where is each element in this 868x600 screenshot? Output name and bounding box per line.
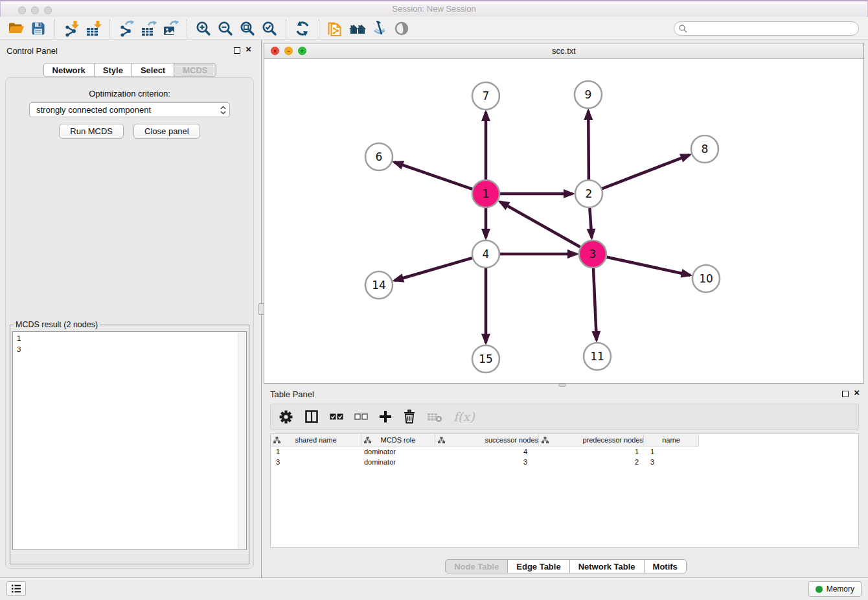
- import-table-icon[interactable]: [84, 18, 103, 39]
- criterion-select[interactable]: strongly connected component: [29, 102, 230, 117]
- network-window-titlebar[interactable]: × − + scc.txt: [264, 43, 863, 59]
- save-icon[interactable]: [29, 18, 48, 39]
- settings-gear-icon[interactable]: [279, 410, 293, 424]
- graph-node-11[interactable]: 11: [584, 343, 611, 370]
- graph-edge-3-1[interactable]: [500, 202, 580, 247]
- tab-network[interactable]: Network: [43, 63, 95, 77]
- graph-node-3[interactable]: 3: [579, 240, 606, 268]
- mcds-result-text[interactable]: 1 3: [12, 331, 247, 550]
- column-header-predecessor-nodes[interactable]: predecessor nodes: [539, 434, 644, 446]
- graph-edge-3-11[interactable]: [593, 268, 597, 340]
- graph-node-14[interactable]: 14: [365, 271, 393, 299]
- graph-edge-2-9[interactable]: [588, 111, 589, 179]
- select-all-checks-icon[interactable]: [330, 412, 343, 421]
- tab-network-table[interactable]: Network Table: [569, 559, 645, 573]
- graph-edge-3-10[interactable]: [607, 257, 691, 275]
- float-panel-icon[interactable]: [234, 47, 240, 54]
- close-panel-icon[interactable]: ×: [246, 43, 251, 55]
- run-mcds-button[interactable]: Run MCDS: [59, 124, 124, 139]
- graph-node-2[interactable]: 2: [575, 180, 602, 207]
- export-image-icon[interactable]: [161, 18, 180, 39]
- svg-text:8: 8: [702, 143, 709, 156]
- search-box[interactable]: [674, 21, 859, 36]
- import-network-icon[interactable]: [62, 18, 81, 39]
- task-history-button[interactable]: [6, 581, 26, 596]
- delete-column-icon[interactable]: [403, 410, 416, 424]
- toolbar-divider: [187, 19, 187, 38]
- graph-node-8[interactable]: 8: [691, 135, 718, 163]
- hierarchy-icon: [542, 437, 549, 444]
- table-row[interactable]: 1 dominator 4 1 1: [271, 446, 858, 457]
- tab-node-table[interactable]: Node Table: [445, 559, 508, 573]
- graph-node-1[interactable]: 1: [472, 180, 499, 207]
- close-panel-button[interactable]: Close panel: [133, 124, 200, 139]
- search-input[interactable]: [688, 23, 858, 34]
- cell-name[interactable]: 1: [644, 446, 699, 457]
- graph-node-9[interactable]: 9: [575, 81, 602, 108]
- deselect-all-checks-icon[interactable]: [354, 412, 368, 421]
- graph-node-4[interactable]: 4: [472, 240, 499, 268]
- graph-edge-2-8[interactable]: [602, 155, 690, 189]
- export-table-icon[interactable]: [139, 18, 158, 39]
- new-network-from-file-icon[interactable]: [326, 18, 345, 39]
- column-header-mcds-role[interactable]: MCDS role: [361, 434, 435, 446]
- hide-graphics-details-icon[interactable]: [370, 18, 389, 39]
- graph-node-7[interactable]: 7: [472, 82, 499, 110]
- node-table: shared name MCDS role successor nodes pr…: [270, 433, 859, 548]
- cell-shared-name[interactable]: 1: [271, 446, 361, 457]
- column-header-successor-nodes[interactable]: successor nodes: [435, 434, 539, 446]
- function-builder-disabled-icon: f(x): [453, 410, 475, 424]
- graph-node-6[interactable]: 6: [365, 143, 393, 170]
- search-icon: [678, 24, 688, 34]
- network-canvas[interactable]: 1234678910111415: [264, 59, 863, 383]
- refresh-icon[interactable]: [293, 18, 312, 39]
- graph-edge-2-3[interactable]: [589, 208, 591, 238]
- cell-predecessor-nodes[interactable]: 1: [539, 446, 644, 457]
- cell-mcds-role[interactable]: dominator: [361, 457, 435, 467]
- graph-edge-1-6[interactable]: [394, 162, 473, 189]
- zoom-fit-icon[interactable]: [238, 18, 257, 39]
- tab-style[interactable]: Style: [94, 63, 132, 77]
- open-file-icon[interactable]: [6, 18, 26, 39]
- svg-text:4: 4: [483, 248, 490, 260]
- cell-mcds-role[interactable]: dominator: [361, 446, 435, 457]
- layout-home-icon[interactable]: [348, 18, 367, 39]
- cell-name[interactable]: 3: [644, 457, 699, 467]
- graph-node-15[interactable]: 15: [472, 345, 499, 373]
- table-row[interactable]: 3 dominator 3 2 3: [271, 457, 858, 467]
- zoom-in-icon[interactable]: [194, 18, 213, 39]
- tab-select[interactable]: Select: [131, 63, 174, 77]
- export-network-icon[interactable]: [117, 18, 136, 39]
- zoom-selected-icon[interactable]: [260, 18, 279, 39]
- select-stepper-icon: [216, 105, 229, 115]
- cell-successor-nodes[interactable]: 4: [435, 446, 539, 457]
- memory-status-icon: [816, 586, 823, 593]
- network-view-window: × − + scc.txt 1234678910111415: [264, 43, 864, 384]
- column-header-shared-name[interactable]: shared name: [271, 434, 361, 446]
- tab-motifs[interactable]: Motifs: [644, 559, 687, 573]
- result-scrollbar[interactable]: [238, 332, 246, 549]
- column-header-name[interactable]: name: [644, 434, 699, 446]
- show-column-icon[interactable]: [304, 410, 319, 424]
- criterion-selected-value: strongly connected component: [30, 105, 216, 115]
- close-table-panel-icon[interactable]: ×: [854, 387, 860, 398]
- list-icon: [10, 584, 22, 594]
- tab-mcds[interactable]: MCDS: [174, 63, 216, 77]
- tab-edge-table[interactable]: Edge Table: [507, 559, 569, 573]
- cell-predecessor-nodes[interactable]: 2: [539, 457, 644, 467]
- svg-text:2: 2: [586, 187, 593, 200]
- status-bar: Memory: [0, 577, 868, 600]
- add-column-icon[interactable]: [379, 410, 392, 423]
- float-table-panel-icon[interactable]: [842, 391, 849, 397]
- cell-successor-nodes[interactable]: 3: [435, 457, 539, 467]
- control-panel-tabs: Network Style Select MCDS: [0, 63, 260, 77]
- show-graphics-details-icon[interactable]: [392, 18, 411, 39]
- main-toolbar: [0, 17, 868, 40]
- network-graph[interactable]: 1234678910111415: [264, 59, 863, 384]
- cell-shared-name[interactable]: 3: [271, 457, 361, 467]
- graph-node-10[interactable]: 10: [692, 265, 720, 292]
- graph-edge-4-14[interactable]: [394, 258, 472, 281]
- zoom-out-icon[interactable]: [216, 18, 235, 39]
- memory-button[interactable]: Memory: [808, 581, 862, 597]
- toolbar-divider: [109, 19, 110, 38]
